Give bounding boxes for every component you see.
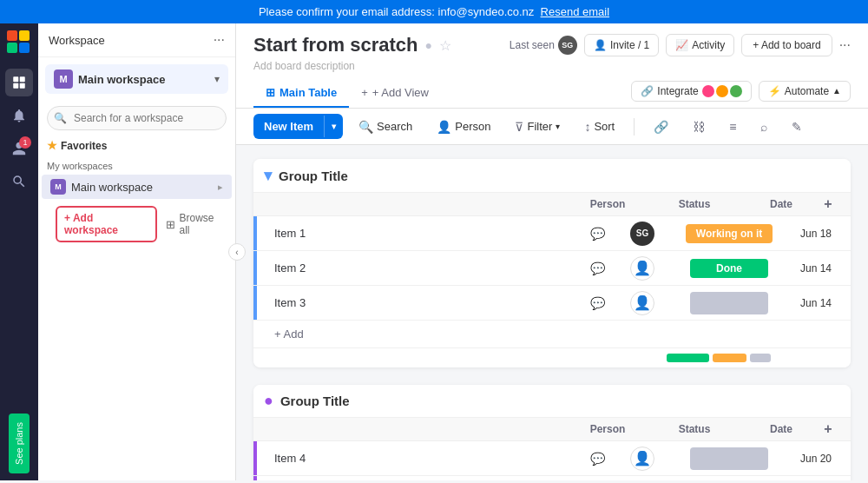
sidebar-search-icon[interactable] bbox=[5, 168, 33, 195]
person-avatar: SG bbox=[630, 222, 654, 246]
invite-btn[interactable]: 👤 Invite / 1 bbox=[584, 34, 659, 56]
person-btn[interactable]: 👤 Person bbox=[428, 115, 499, 139]
sidebar-bell-icon[interactable] bbox=[5, 102, 33, 129]
row-color-bar-purple bbox=[253, 441, 257, 475]
toolbar: New Item ▾ 🔍 Search 👤 Person ⊽ Filter ▾ … bbox=[236, 109, 868, 145]
sidebar-home-icon[interactable] bbox=[5, 69, 33, 96]
status-empty bbox=[690, 292, 768, 314]
table-row[interactable]: Item 3 💬 👤 Jun 14 bbox=[253, 286, 851, 321]
person-icon: 👤 bbox=[630, 447, 654, 471]
add-workspace-btn[interactable]: + Add workspace bbox=[56, 206, 157, 242]
favorites-section: ★ Favorites bbox=[38, 136, 235, 155]
board-area: ▾ Group Title Person Status Date + Item … bbox=[236, 145, 868, 480]
activity-btn[interactable]: 📈 Activity bbox=[666, 34, 734, 56]
workspace-panel: Workspace ··· M Main workspace ▾ 🔍 ★ Fav… bbox=[38, 23, 236, 480]
sort-btn[interactable]: ↕ Sort bbox=[575, 115, 623, 139]
magnify-btn[interactable]: ⌕ bbox=[752, 115, 776, 139]
row-color-bar bbox=[253, 216, 257, 250]
group-1-title: Group Title bbox=[279, 169, 348, 183]
workspace-more-btn[interactable]: ··· bbox=[214, 32, 225, 48]
last-seen-label: Last seen SG bbox=[510, 36, 577, 55]
tab-main-table[interactable]: ⊞ Main Table bbox=[253, 79, 349, 108]
row-chat-icon[interactable]: 💬 bbox=[587, 296, 608, 310]
table-row[interactable]: Item 4 💬 👤 Jun 20 bbox=[253, 441, 851, 476]
row-chat-icon[interactable]: 💬 bbox=[587, 227, 608, 241]
row-person: 👤 bbox=[608, 447, 677, 471]
svg-rect-2 bbox=[7, 43, 17, 53]
new-item-caret-icon[interactable]: ▾ bbox=[324, 116, 343, 137]
workspace-item-avatar: M bbox=[50, 179, 66, 195]
table-row[interactable]: Item 2 💬 👤 Done Jun 14 bbox=[253, 251, 851, 286]
row-status[interactable]: Working on it bbox=[677, 224, 781, 243]
row-status[interactable] bbox=[677, 292, 781, 314]
table-row[interactable]: Item 1 💬 SG Working on it Jun 18 bbox=[253, 216, 851, 251]
share-btn[interactable]: ⛓ bbox=[684, 115, 713, 139]
see-plans-btn[interactable]: See plans bbox=[9, 414, 30, 473]
group-2-title: Group Title bbox=[280, 394, 350, 408]
resend-email-link[interactable]: Resend email bbox=[541, 5, 610, 18]
filter-toolbar-icon: ⊽ bbox=[515, 120, 523, 134]
col-date-header-2: Date bbox=[746, 423, 816, 435]
row-date: Jun 18 bbox=[781, 228, 851, 240]
row-person: SG bbox=[608, 222, 677, 246]
activity-label: Activity bbox=[692, 39, 725, 51]
workspace-avatar: M bbox=[54, 69, 73, 89]
my-workspaces-label: My workspaces bbox=[38, 155, 235, 175]
row-person: 👤 bbox=[608, 256, 677, 281]
automate-btn[interactable]: ⚡ Automate ▲ bbox=[759, 81, 851, 102]
board-star-icon[interactable]: ☆ bbox=[439, 37, 451, 54]
edit-btn[interactable]: ✎ bbox=[783, 115, 811, 139]
workspace-item-collapse: ▸ bbox=[218, 182, 223, 193]
invite-label: Invite / 1 bbox=[610, 39, 649, 51]
search-btn[interactable]: 🔍 Search bbox=[350, 115, 421, 139]
search-workspace-icon: 🔍 bbox=[54, 112, 67, 124]
person-icon: 👤 bbox=[630, 256, 654, 281]
status-badge: Done bbox=[690, 259, 768, 278]
svg-rect-5 bbox=[20, 76, 25, 82]
group-1-arrow-icon[interactable]: ▾ bbox=[264, 166, 272, 185]
new-item-btn[interactable]: New Item ▾ bbox=[253, 114, 343, 139]
filter-caret-icon: ▾ bbox=[556, 122, 560, 131]
workspace-collapse-icon: ▾ bbox=[214, 73, 220, 85]
col-add-btn-1[interactable]: + bbox=[816, 196, 840, 212]
summary-bar-gray bbox=[750, 354, 771, 362]
add-board-label: + Add to board bbox=[753, 39, 820, 51]
add-item-row-1[interactable]: + Add bbox=[253, 321, 851, 347]
workspace-item-main[interactable]: M Main workspace ▸ bbox=[42, 175, 232, 199]
filter-label: Filter bbox=[527, 120, 552, 133]
rows-btn[interactable]: ≡ bbox=[720, 115, 745, 139]
row-status[interactable] bbox=[677, 447, 781, 470]
panel-collapse-btn[interactable]: ‹ bbox=[228, 243, 246, 261]
integrate-btn[interactable]: 🔗 Integrate bbox=[631, 81, 751, 102]
group-2-arrow-icon[interactable]: ● bbox=[264, 392, 273, 410]
col-status-header: Status bbox=[642, 198, 746, 210]
add-item-label: + Add bbox=[274, 328, 304, 341]
svg-rect-4 bbox=[13, 76, 18, 82]
browse-all-btn[interactable]: ⊞ Browse all bbox=[166, 212, 227, 236]
board-more-btn[interactable]: ··· bbox=[839, 37, 851, 53]
filter-btn[interactable]: ⊽ Filter ▾ bbox=[506, 115, 569, 139]
table-row[interactable]: Item 5 💬 👤 Jun 20 bbox=[253, 476, 851, 480]
invite-icon: 👤 bbox=[594, 39, 607, 51]
group-1-header: ▾ Group Title bbox=[253, 159, 851, 193]
search-workspace-input[interactable] bbox=[47, 106, 227, 130]
row-status[interactable]: Done bbox=[677, 259, 781, 278]
tab-add-view[interactable]: + + Add View bbox=[349, 79, 441, 108]
workspace-panel-title: Workspace bbox=[49, 34, 105, 47]
board-status-dot: ● bbox=[425, 38, 432, 52]
svg-rect-6 bbox=[13, 83, 18, 89]
row-date: Jun 14 bbox=[781, 262, 851, 275]
link-btn[interactable]: 🔗 bbox=[645, 115, 677, 139]
browse-icon: ⊞ bbox=[166, 218, 175, 231]
col-person-header: Person bbox=[573, 198, 642, 210]
col-add-btn-2[interactable]: + bbox=[816, 421, 840, 437]
row-chat-icon[interactable]: 💬 bbox=[587, 452, 608, 466]
row-chat-icon[interactable]: 💬 bbox=[587, 261, 608, 275]
board-title: Start from scratch bbox=[253, 34, 418, 56]
summary-bar-green bbox=[667, 354, 709, 362]
row-name: Item 5 bbox=[264, 478, 587, 480]
sidebar-person-icon[interactable]: 1 bbox=[5, 135, 33, 162]
add-to-board-btn[interactable]: + Add to board bbox=[741, 34, 832, 56]
workspace-selector[interactable]: M Main workspace ▾ bbox=[45, 64, 228, 94]
board-description[interactable]: Add board description bbox=[253, 60, 851, 72]
